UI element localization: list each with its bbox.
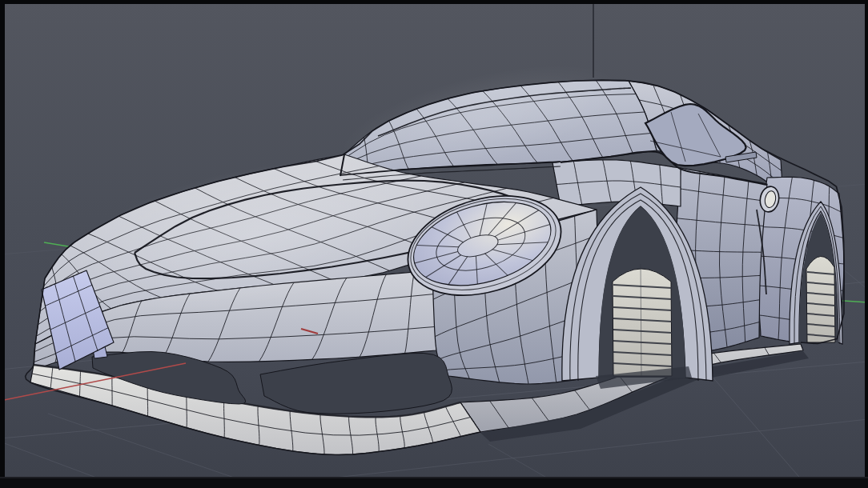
front-fender-top-mesh [553,160,681,206]
rear-wheel-well [806,256,835,342]
viewport-3d[interactable] [0,0,868,488]
viewport-frame [0,0,868,488]
